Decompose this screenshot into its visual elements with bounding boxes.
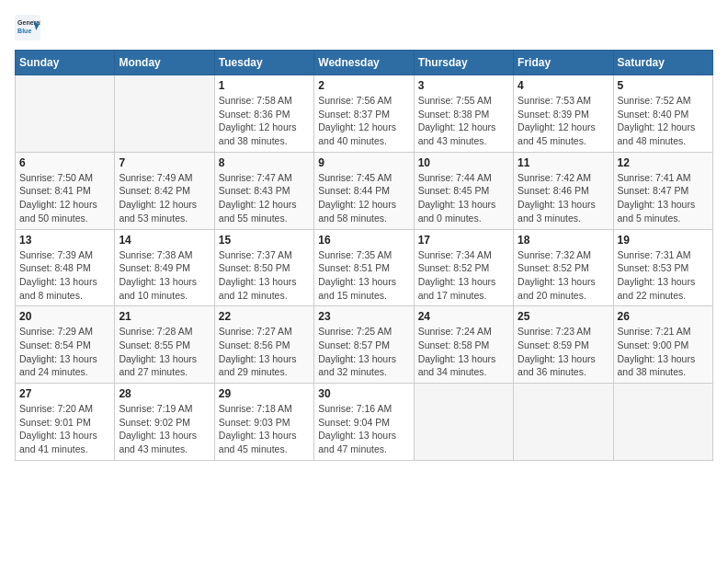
day-info: Sunrise: 7:50 AMSunset: 8:41 PMDaylight:… — [19, 171, 110, 225]
calendar-cell: 30Sunrise: 7:16 AMSunset: 9:04 PMDayligh… — [314, 384, 414, 461]
day-number: 25 — [518, 310, 609, 323]
calendar-cell: 11Sunrise: 7:42 AMSunset: 8:46 PMDayligh… — [514, 152, 613, 229]
calendar-cell — [115, 75, 214, 153]
calendar-cell: 20Sunrise: 7:29 AMSunset: 8:54 PMDayligh… — [16, 306, 115, 384]
calendar-cell: 12Sunrise: 7:41 AMSunset: 8:47 PMDayligh… — [613, 152, 712, 229]
day-info: Sunrise: 7:29 AMSunset: 8:54 PMDaylight:… — [19, 325, 110, 379]
calendar-cell: 18Sunrise: 7:32 AMSunset: 8:52 PMDayligh… — [514, 229, 613, 306]
day-info: Sunrise: 7:38 AMSunset: 8:49 PMDaylight:… — [119, 248, 210, 303]
calendar-cell: 6Sunrise: 7:50 AMSunset: 8:41 PMDaylight… — [16, 152, 115, 229]
day-number: 19 — [618, 234, 709, 247]
calendar-cell: 1Sunrise: 7:58 AMSunset: 8:36 PMDaylight… — [214, 75, 313, 153]
day-number: 3 — [418, 79, 509, 92]
calendar-week-4: 20Sunrise: 7:29 AMSunset: 8:54 PMDayligh… — [16, 306, 713, 384]
day-number: 26 — [618, 310, 709, 323]
day-info: Sunrise: 7:18 AMSunset: 9:03 PMDaylight:… — [219, 402, 310, 456]
weekday-header-wednesday: Wednesday — [314, 51, 414, 75]
calendar-header: SundayMondayTuesdayWednesdayThursdayFrid… — [16, 51, 713, 75]
calendar-week-2: 6Sunrise: 7:50 AMSunset: 8:41 PMDaylight… — [16, 152, 713, 229]
day-number: 24 — [418, 310, 509, 323]
day-info: Sunrise: 7:55 AMSunset: 8:38 PMDaylight:… — [418, 94, 509, 148]
calendar-cell: 4Sunrise: 7:53 AMSunset: 8:39 PMDaylight… — [514, 75, 613, 153]
day-info: Sunrise: 7:49 AMSunset: 8:42 PMDaylight:… — [119, 171, 210, 225]
day-number: 4 — [518, 79, 609, 92]
day-info: Sunrise: 7:58 AMSunset: 8:36 PMDaylight:… — [219, 94, 310, 148]
day-info: Sunrise: 7:24 AMSunset: 8:58 PMDaylight:… — [418, 325, 509, 379]
day-number: 8 — [219, 156, 310, 169]
weekday-header-tuesday: Tuesday — [214, 51, 313, 75]
calendar-cell — [613, 384, 712, 461]
logo: General Blue — [15, 15, 44, 40]
calendar-cell: 14Sunrise: 7:38 AMSunset: 8:49 PMDayligh… — [115, 229, 214, 306]
day-info: Sunrise: 7:44 AMSunset: 8:45 PMDaylight:… — [418, 171, 509, 225]
svg-text:Blue: Blue — [17, 28, 31, 34]
day-number: 23 — [318, 310, 409, 323]
calendar-cell: 29Sunrise: 7:18 AMSunset: 9:03 PMDayligh… — [214, 384, 313, 461]
calendar-cell: 17Sunrise: 7:34 AMSunset: 8:52 PMDayligh… — [414, 229, 513, 306]
day-info: Sunrise: 7:42 AMSunset: 8:46 PMDaylight:… — [518, 171, 609, 225]
calendar-cell: 3Sunrise: 7:55 AMSunset: 8:38 PMDaylight… — [414, 75, 513, 153]
day-number: 12 — [618, 156, 709, 169]
calendar-cell: 22Sunrise: 7:27 AMSunset: 8:56 PMDayligh… — [214, 306, 313, 384]
calendar-cell: 13Sunrise: 7:39 AMSunset: 8:48 PMDayligh… — [16, 229, 115, 306]
day-info: Sunrise: 7:52 AMSunset: 8:40 PMDaylight:… — [618, 94, 709, 148]
day-number: 10 — [418, 156, 509, 169]
day-info: Sunrise: 7:27 AMSunset: 8:56 PMDaylight:… — [219, 325, 310, 379]
weekday-header-thursday: Thursday — [414, 51, 513, 75]
day-number: 7 — [119, 156, 210, 169]
calendar-table: SundayMondayTuesdayWednesdayThursdayFrid… — [15, 50, 713, 461]
calendar-cell: 24Sunrise: 7:24 AMSunset: 8:58 PMDayligh… — [414, 306, 513, 384]
calendar-cell: 9Sunrise: 7:45 AMSunset: 8:44 PMDaylight… — [314, 152, 414, 229]
day-number: 11 — [518, 156, 609, 169]
day-number: 17 — [418, 234, 509, 247]
day-info: Sunrise: 7:47 AMSunset: 8:43 PMDaylight:… — [219, 171, 310, 225]
calendar-cell: 27Sunrise: 7:20 AMSunset: 9:01 PMDayligh… — [16, 384, 115, 461]
weekday-header-saturday: Saturday — [613, 51, 712, 75]
day-number: 6 — [19, 156, 110, 169]
day-number: 18 — [518, 234, 609, 247]
calendar-cell: 21Sunrise: 7:28 AMSunset: 8:55 PMDayligh… — [115, 306, 214, 384]
day-number: 13 — [19, 234, 110, 247]
day-info: Sunrise: 7:16 AMSunset: 9:04 PMDaylight:… — [318, 402, 409, 456]
day-number: 5 — [618, 79, 709, 92]
calendar-cell: 15Sunrise: 7:37 AMSunset: 8:50 PMDayligh… — [214, 229, 313, 306]
day-number: 27 — [19, 387, 110, 400]
day-number: 22 — [219, 310, 310, 323]
calendar-week-5: 27Sunrise: 7:20 AMSunset: 9:01 PMDayligh… — [16, 384, 713, 461]
calendar-cell: 10Sunrise: 7:44 AMSunset: 8:45 PMDayligh… — [414, 152, 513, 229]
calendar-cell: 28Sunrise: 7:19 AMSunset: 9:02 PMDayligh… — [115, 384, 214, 461]
calendar-cell: 23Sunrise: 7:25 AMSunset: 8:57 PMDayligh… — [314, 306, 414, 384]
day-number: 30 — [318, 387, 409, 400]
day-info: Sunrise: 7:41 AMSunset: 8:47 PMDaylight:… — [618, 171, 709, 225]
calendar-cell: 2Sunrise: 7:56 AMSunset: 8:37 PMDaylight… — [314, 75, 414, 153]
day-number: 16 — [318, 234, 409, 247]
day-number: 21 — [119, 310, 210, 323]
calendar-cell: 26Sunrise: 7:21 AMSunset: 9:00 PMDayligh… — [613, 306, 712, 384]
calendar-cell: 7Sunrise: 7:49 AMSunset: 8:42 PMDaylight… — [115, 152, 214, 229]
logo-icon: General Blue — [15, 15, 40, 40]
day-info: Sunrise: 7:23 AMSunset: 8:59 PMDaylight:… — [518, 325, 609, 379]
day-info: Sunrise: 7:56 AMSunset: 8:37 PMDaylight:… — [318, 94, 409, 148]
day-info: Sunrise: 7:31 AMSunset: 8:53 PMDaylight:… — [618, 248, 709, 303]
calendar-week-3: 13Sunrise: 7:39 AMSunset: 8:48 PMDayligh… — [16, 229, 713, 306]
page-header: General Blue — [15, 15, 713, 40]
day-info: Sunrise: 7:39 AMSunset: 8:48 PMDaylight:… — [19, 248, 110, 303]
day-number: 20 — [19, 310, 110, 323]
day-info: Sunrise: 7:53 AMSunset: 8:39 PMDaylight:… — [518, 94, 609, 148]
calendar-cell: 19Sunrise: 7:31 AMSunset: 8:53 PMDayligh… — [613, 229, 712, 306]
day-number: 14 — [119, 234, 210, 247]
day-info: Sunrise: 7:34 AMSunset: 8:52 PMDaylight:… — [418, 248, 509, 303]
weekday-header-friday: Friday — [514, 51, 613, 75]
calendar-cell — [16, 75, 115, 153]
calendar-cell: 16Sunrise: 7:35 AMSunset: 8:51 PMDayligh… — [314, 229, 414, 306]
day-info: Sunrise: 7:19 AMSunset: 9:02 PMDaylight:… — [119, 402, 210, 456]
calendar-cell: 5Sunrise: 7:52 AMSunset: 8:40 PMDaylight… — [613, 75, 712, 153]
weekday-header-monday: Monday — [115, 51, 214, 75]
day-info: Sunrise: 7:25 AMSunset: 8:57 PMDaylight:… — [318, 325, 409, 379]
day-number: 15 — [219, 234, 310, 247]
day-number: 1 — [219, 79, 310, 92]
day-number: 29 — [219, 387, 310, 400]
weekday-header-sunday: Sunday — [16, 51, 115, 75]
day-info: Sunrise: 7:35 AMSunset: 8:51 PMDaylight:… — [318, 248, 409, 303]
day-number: 9 — [318, 156, 409, 169]
